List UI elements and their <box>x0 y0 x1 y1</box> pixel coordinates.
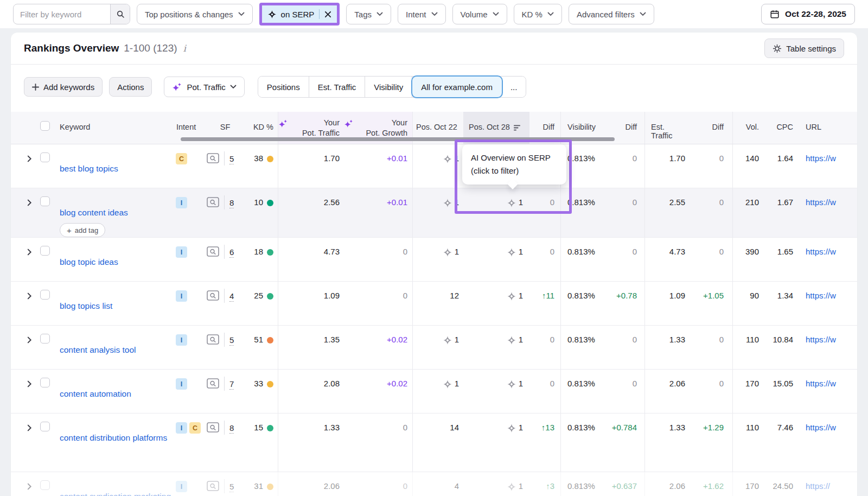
advanced-filters-dropdown[interactable]: Advanced filters <box>569 4 654 24</box>
intent-dropdown[interactable]: Intent <box>398 4 446 24</box>
table-horizontal-scrollbar[interactable] <box>181 137 615 141</box>
row-checkbox[interactable] <box>40 196 50 206</box>
est-traffic-value: 1.33 <box>669 335 685 369</box>
ai-overview-icon[interactable] <box>443 335 452 345</box>
header-est-diff[interactable]: Diff <box>696 112 732 144</box>
top-positions-dropdown[interactable]: Top positions & changes <box>137 4 253 24</box>
pot-traffic-value: 2.08 <box>324 379 340 413</box>
row-expand-chevron[interactable] <box>27 424 32 472</box>
keyword-link[interactable]: content syndication marketing <box>59 491 171 496</box>
ai-overview-icon[interactable] <box>443 198 452 208</box>
cpc-value: 10.84 <box>773 335 793 369</box>
serp-features-count[interactable]: 7 <box>229 379 234 390</box>
serp-features-count[interactable]: 4 <box>229 291 234 302</box>
header-est-traffic[interactable]: Est. Traffic <box>644 112 696 144</box>
row-checkbox[interactable] <box>40 480 50 490</box>
filter-bar: Top positions & changes on SERP Tags Int… <box>0 0 868 28</box>
ai-overview-icon[interactable] <box>507 482 516 492</box>
serp-features-count[interactable]: 8 <box>229 198 234 208</box>
keyword-link[interactable]: content automation <box>59 388 131 399</box>
serp-features-count[interactable]: 5 <box>229 154 234 164</box>
ai-overview-icon[interactable] <box>507 379 516 389</box>
tab-visibility[interactable]: Visibility <box>365 77 412 97</box>
chevron-right-icon <box>27 336 32 344</box>
date-range-button[interactable]: Oct 22-28, 2025 <box>761 4 855 24</box>
close-icon[interactable] <box>324 11 331 18</box>
ai-overview-icon[interactable] <box>443 379 452 389</box>
serp-features-icon[interactable] <box>207 290 219 301</box>
keyword-link[interactable]: blog topics list <box>59 300 112 311</box>
serp-features-count[interactable]: 6 <box>229 247 234 258</box>
row-expand-chevron[interactable] <box>27 199 32 237</box>
row-checkbox[interactable] <box>40 290 50 300</box>
ai-overview-icon[interactable] <box>507 335 516 345</box>
ai-overview-icon[interactable] <box>507 247 516 257</box>
row-checkbox[interactable] <box>40 334 50 344</box>
keyword-link[interactable]: content distribution platforms <box>59 432 167 443</box>
serp-features-count[interactable]: 5 <box>229 335 234 346</box>
pos-oct28-value: 1 <box>507 247 523 281</box>
actions-button[interactable]: Actions <box>109 77 152 97</box>
url-link[interactable]: https://w <box>806 335 836 369</box>
row-expand-chevron[interactable] <box>27 155 32 188</box>
tags-dropdown[interactable]: Tags <box>346 4 391 24</box>
tab-more[interactable]: ... <box>502 77 526 97</box>
row-checkbox[interactable] <box>40 422 50 431</box>
panel-header: Rankings Overview 1-100 (123) i Table se… <box>11 33 857 64</box>
info-icon[interactable]: i <box>183 43 186 54</box>
url-link[interactable]: https://w <box>806 198 836 237</box>
serp-features-icon[interactable] <box>207 378 219 389</box>
row-expand-chevron[interactable] <box>27 336 32 369</box>
search-icon[interactable] <box>110 4 130 24</box>
pot-traffic-dropdown[interactable]: Pot. Traffic <box>164 77 244 97</box>
url-link[interactable]: https:// <box>806 481 830 496</box>
serp-features-icon[interactable] <box>207 481 219 491</box>
serp-features-icon[interactable] <box>207 334 219 345</box>
add-keywords-button[interactable]: Add keywords <box>24 77 103 97</box>
cpc-value: 7.46 <box>777 423 793 472</box>
row-checkbox[interactable] <box>40 152 50 162</box>
tab-positions[interactable]: Positions <box>258 77 309 97</box>
keyword-link[interactable]: blog topic ideas <box>59 256 118 268</box>
row-checkbox[interactable] <box>40 378 50 387</box>
pos-oct22-value: 12 <box>450 291 459 325</box>
serp-features-count[interactable]: 5 <box>229 481 234 492</box>
url-link[interactable]: https://w <box>806 423 836 472</box>
ai-overview-icon[interactable] <box>443 247 452 257</box>
header-keyword[interactable]: Keyword <box>59 112 174 144</box>
header-volume[interactable]: Vol. <box>732 112 763 144</box>
table-settings-button[interactable]: Table settings <box>764 39 844 58</box>
row-expand-chevron[interactable] <box>27 482 32 496</box>
kd-dot <box>267 337 273 344</box>
row-checkbox[interactable] <box>40 246 50 256</box>
url-link[interactable]: https://w <box>806 379 836 413</box>
on-serp-filter-chip[interactable]: on SERP <box>262 5 337 23</box>
row-expand-chevron[interactable] <box>27 292 32 325</box>
ai-overview-icon[interactable] <box>507 423 516 433</box>
url-link[interactable]: https://w <box>806 247 836 281</box>
serp-features-icon[interactable] <box>207 422 219 433</box>
serp-features-icon[interactable] <box>207 246 219 257</box>
keyword-link[interactable]: blog content ideas <box>59 207 128 218</box>
serp-features-icon[interactable] <box>207 197 219 207</box>
serp-features-count[interactable]: 8 <box>229 423 234 434</box>
serp-features-icon[interactable] <box>207 153 219 163</box>
header-cpc[interactable]: CPC <box>763 112 795 144</box>
keyword-link[interactable]: content analysis tool <box>59 344 136 355</box>
url-link[interactable]: https://w <box>806 154 836 188</box>
row-expand-chevron[interactable] <box>27 248 32 281</box>
header-url[interactable]: URL <box>795 112 857 144</box>
volume-dropdown[interactable]: Volume <box>452 4 507 24</box>
ai-overview-icon[interactable] <box>507 198 516 208</box>
tab-all-for-example-com[interactable]: All for example.com <box>412 77 502 97</box>
add-tag-button[interactable]: +add tag <box>60 223 105 237</box>
keyword-link[interactable]: best blog topics <box>59 163 118 174</box>
url-link[interactable]: https://w <box>806 291 836 325</box>
ai-overview-icon[interactable] <box>507 291 516 301</box>
kd-dropdown[interactable]: KD % <box>514 4 562 24</box>
keyword-filter-input[interactable] <box>14 10 110 19</box>
ai-overview-icon[interactable] <box>443 154 452 164</box>
tab-est-traffic[interactable]: Est. Traffic <box>309 77 366 97</box>
row-expand-chevron[interactable] <box>27 380 32 413</box>
select-all-checkbox[interactable] <box>40 121 50 131</box>
